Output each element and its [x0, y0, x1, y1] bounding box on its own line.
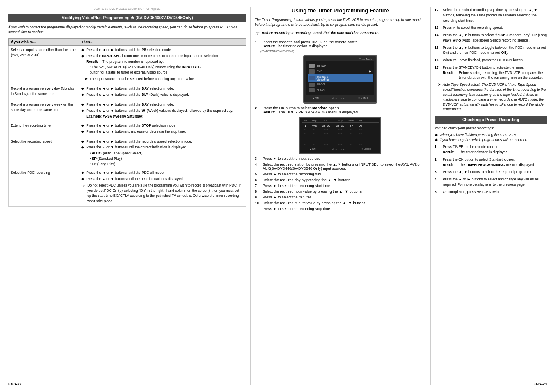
check-bullets: ◆When you have finished presetting the D…	[435, 133, 547, 142]
check-step-3: 3 Press the ▲, ▼ buttons to select the r…	[435, 169, 547, 175]
table-row: Record a programme every week on the sam…	[9, 100, 246, 121]
item-16: 16 When you have finished, press the RET…	[435, 58, 547, 63]
right-column: Using the Timer Programming Feature The …	[251, 7, 551, 385]
screen1-label: (SV-DVD540/SV-DVD545)	[260, 50, 426, 53]
step-2: 2 Press the OK button to select Standard…	[255, 106, 426, 114]
step-9: 9 Press ► to select the minutes.	[255, 195, 426, 199]
item-15: 15 Press the ▲, ▼ buttons to toggle betw…	[435, 45, 547, 56]
check-step-2: 2 Press the OK button to select Standard…	[435, 157, 547, 168]
step-4: 4 Select the required station by pressin…	[255, 162, 426, 171]
if-cell: Select an input source other than the tu…	[9, 45, 79, 84]
print-header: 00374C SV-DVD440/XEU 1/30/04 5:07 PM Pag…	[8, 7, 246, 12]
if-cell: Select the recording speed	[9, 137, 79, 168]
table-row: Extend the recording time ◆Press the ◄ o…	[9, 121, 246, 137]
then-cell: ◆Press the ◄ or ► buttons, until the DAY…	[79, 100, 246, 121]
item-17: 17 Press the STANDBY/ON button to activa…	[435, 65, 547, 81]
checking-section-header: Checking a Preset Recording	[435, 116, 547, 124]
check-step-4: 4 Press the ◄ or ► buttons to select and…	[435, 177, 547, 187]
col2-header: Then...	[79, 38, 246, 45]
check-step-1: 1 Press TIMER on the remote control. Res…	[435, 144, 547, 155]
table-row: Select an input source other than the tu…	[9, 45, 246, 84]
item-14: 14 Press the ▲, ▼ buttons to select the …	[435, 32, 547, 43]
right-sidebar-section: 12 Select the required recording stop ti…	[431, 7, 547, 385]
step-1: 1 Insert the cassette and press TIMER on…	[255, 40, 426, 48]
if-cell: Select the PDC recording	[9, 168, 79, 207]
timer-table-screen: PR Day Start Stop Speed V/P 1 WE 19 : 00…	[299, 117, 381, 154]
check-intro: You can check your preset recordings:	[435, 126, 547, 130]
item-13: 13 Press ► to select the recording speed…	[435, 25, 547, 30]
step-6: 6 Select the required day by pressing th…	[255, 178, 426, 182]
then-cell: ◆Press the ◄ or ► buttons, until the PR …	[79, 45, 246, 84]
left-column: 00374C SV-DVD440/XEU 1/30/04 5:07 PM Pag…	[4, 7, 251, 385]
numbered-items: 12 Select the required recording stop ti…	[435, 7, 547, 112]
item-12: 12 Select the required recording stop ti…	[435, 7, 547, 23]
if-cell: Extend the recording time	[9, 121, 79, 137]
step-5: 5 Press ► to select the recording day.	[255, 172, 426, 176]
modification-table: If you wish to... Then... Select an inpu…	[8, 38, 246, 207]
left-intro: If you wish to correct the programme dis…	[8, 25, 246, 35]
auto-tape-note: ➤ Auto Tape Speed select. The DVD-VCR's …	[438, 83, 547, 112]
right-main-section: Using the Timer Programming Feature The …	[255, 7, 431, 385]
left-section-header: Modifying VideoPlus Programming ★ (SV-DV…	[8, 14, 246, 22]
checking-steps: 1 Press TIMER on the remote control. Res…	[435, 144, 547, 194]
timer-intro: The Timer Programming feature allows you…	[255, 18, 426, 28]
then-cell: ◆Press the ◄ or ► buttons, until the DAY…	[79, 84, 246, 100]
step-7: 7 Press ► to select the recording start …	[255, 184, 426, 188]
left-page-number: ENG-22	[8, 382, 22, 386]
if-cell: Record a programme every week on the sam…	[9, 100, 79, 121]
step-10: 10 Select the required minute value by p…	[255, 201, 426, 205]
right-page-number: ENG-23	[533, 382, 547, 386]
table-row: Select the recording speed ◆Press the ◄ …	[9, 137, 246, 168]
left-title: Modifying VideoPlus Programming ★ (SV-DV…	[62, 16, 193, 20]
table-row: Select the PDC recording ◆Press the ◄ or…	[9, 168, 246, 207]
then-cell: ◆Press the ◄ or ► buttons, until the STO…	[79, 121, 246, 137]
then-cell: ◆Press the ◄ or ► buttons, until the PDC…	[79, 168, 246, 207]
timer-section-title: Using the Timer Programming Feature	[255, 7, 426, 14]
if-cell: Record a programme every day (Monday to …	[9, 84, 79, 100]
check-step-5: 5 On completion, press RETURN twice.	[435, 189, 547, 195]
step-3: 3 Press ► to select the input source.	[255, 157, 426, 161]
step-8: 8 Select the required hour value by pres…	[255, 189, 426, 194]
note-box: ☞ Before presetting a recording, check t…	[255, 31, 426, 37]
then-cell: ◆Press the ◄ or ► buttons, until the rec…	[79, 137, 246, 168]
col1-header: If you wish to...	[9, 38, 79, 45]
step-11: 11 Press ► to select the recording stop …	[255, 207, 426, 211]
screen-1: Timer Method SETUP DVD ▶ StandardVideoPl…	[303, 55, 377, 104]
table-row: Record a programme every day (Monday to …	[9, 84, 246, 100]
